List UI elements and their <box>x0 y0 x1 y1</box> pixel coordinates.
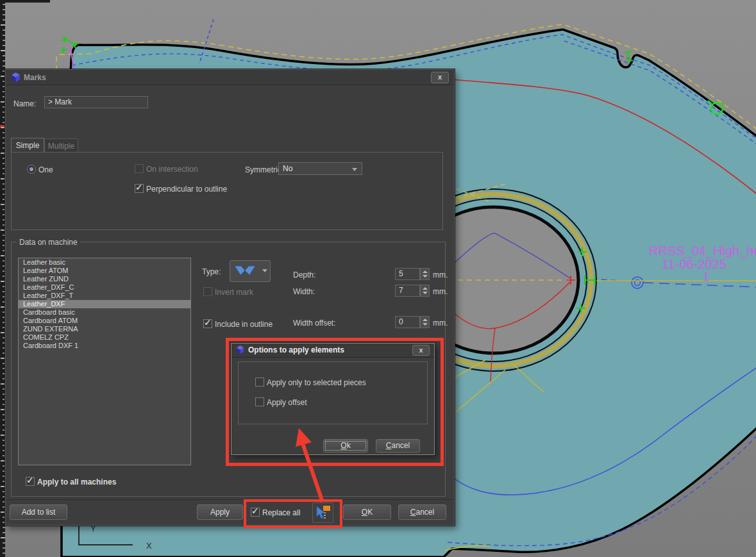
list-item[interactable]: Cardboard ATOM <box>19 317 190 325</box>
apply-button[interactable]: Apply <box>197 504 243 520</box>
options-dialog-title: Options to apply elements <box>248 345 344 354</box>
marks-dialog: Marks x Name: > Mark Simple Multiple One… <box>5 69 455 526</box>
dialog-title: Marks <box>24 73 46 82</box>
axis-x-label: X <box>146 541 152 551</box>
list-item[interactable]: ZUND EXTERNA <box>19 325 190 333</box>
list-item[interactable]: Cardboard basic <box>19 308 190 317</box>
type-label: Type: <box>202 267 221 276</box>
tab-multiple[interactable]: Multiple <box>44 138 78 153</box>
width-stepper[interactable] <box>420 285 430 297</box>
depth-label: Depth: <box>293 270 315 279</box>
app-cube-icon <box>10 72 21 85</box>
list-item[interactable]: Leather basic <box>19 258 190 267</box>
width-offset-stepper[interactable] <box>420 316 430 328</box>
apply-offset-label: Apply offset <box>267 398 307 407</box>
options-dialog-titlebar[interactable]: Options to apply elements x <box>231 344 434 358</box>
add-to-list-button[interactable]: Add to list <box>10 504 67 520</box>
app-cube-icon <box>235 345 245 356</box>
perpendicular-label: Perpendicular to outline <box>146 185 227 194</box>
replace-all-label: Replace all <box>262 508 300 517</box>
chevron-down-icon <box>262 269 267 272</box>
width-label: Width: <box>293 287 315 296</box>
one-radio[interactable] <box>27 165 36 174</box>
close-icon[interactable]: x <box>431 72 449 83</box>
list-item[interactable]: Leather_DXF_C <box>19 283 190 292</box>
width-unit: mm. <box>433 287 448 296</box>
button-row-separator <box>6 499 454 500</box>
cursor-flag-icon <box>314 504 332 521</box>
piece-number-text: 1 <box>703 270 709 283</box>
on-intersection-checkbox[interactable] <box>135 164 144 173</box>
invert-mark-label: Invert mark <box>215 288 253 297</box>
name-input[interactable]: > Mark <box>44 96 148 108</box>
data-on-machine-label: Data on machine <box>17 238 80 247</box>
one-radio-label: One <box>38 165 53 174</box>
list-item[interactable]: COMELZ CPZ <box>19 333 190 342</box>
symmetric-label: Symmetric: <box>245 165 283 174</box>
width-offset-input[interactable]: 0 <box>395 316 420 328</box>
width-offset-unit: mm. <box>433 319 448 328</box>
perpendicular-checkbox[interactable] <box>135 184 144 193</box>
width-input[interactable]: 7 <box>395 285 420 297</box>
apply-selected-checkbox[interactable] <box>255 378 264 387</box>
width-offset-label: Width offset: <box>293 319 335 328</box>
replace-all-checkbox[interactable] <box>251 508 260 517</box>
notch-green-mark <box>625 51 633 62</box>
depth-input[interactable]: 5 <box>395 268 420 280</box>
vertical-ruler[interactable] <box>0 0 5 557</box>
notch-type-icon <box>233 264 256 277</box>
options-group: Apply only to selected pieces Apply offs… <box>238 362 428 424</box>
invert-mark-checkbox[interactable] <box>203 287 212 296</box>
include-outline-checkbox[interactable] <box>203 319 212 328</box>
options-ok-button[interactable]: Ok <box>323 439 368 453</box>
ruler-major-ticks <box>1 0 5 557</box>
symmetric-dropdown[interactable]: No <box>278 162 362 175</box>
list-item[interactable]: Leather ZUND <box>19 275 190 283</box>
application-window: RRSS_04_High_he 11-06-2025 1 Y X <box>0 0 756 557</box>
apply-all-machines-label: Apply to all machines <box>37 478 116 486</box>
cancel-button[interactable]: Cancel <box>398 504 446 520</box>
apply-all-machines-checkbox[interactable] <box>26 477 35 486</box>
machine-list[interactable]: Leather basic Leather ATOM Leather ZUND … <box>18 258 191 465</box>
options-cancel-button[interactable]: Cancel <box>376 439 420 453</box>
ruler-corner <box>0 0 50 3</box>
list-item-selected[interactable]: Leather_DXF <box>19 300 190 308</box>
ok-button[interactable]: OK <box>343 504 391 520</box>
on-intersection-label: On intersection <box>146 165 198 174</box>
depth-stepper[interactable] <box>420 268 430 280</box>
apply-offset-checkbox[interactable] <box>255 397 264 406</box>
piece-label-text: RRSS_04_High_he <box>649 244 756 258</box>
include-outline-label: Include in outline <box>215 320 273 329</box>
marks-dialog-titlebar[interactable]: Marks x <box>6 70 454 85</box>
name-label: Name: <box>13 99 36 108</box>
close-icon[interactable]: x <box>412 345 430 356</box>
list-item[interactable]: Cardboard DXF 1 <box>19 342 190 350</box>
piece-date-text: 11-06-2025 <box>662 257 727 271</box>
mark-type-dropdown[interactable] <box>230 260 271 282</box>
replace-all-tool-button[interactable] <box>312 503 333 523</box>
tab-simple[interactable]: Simple <box>11 138 44 152</box>
ruler-position-marker <box>0 125 5 127</box>
apply-selected-label: Apply only to selected pieces <box>267 378 366 387</box>
depth-unit: mm. <box>433 270 448 279</box>
simple-tab-panel: One On intersection Perpendicular to out… <box>11 152 443 230</box>
options-dialog: Options to apply elements x Apply only t… <box>231 343 435 455</box>
list-item[interactable]: Leather_DXF_T <box>19 292 190 300</box>
list-item[interactable]: Leather ATOM <box>19 267 190 275</box>
